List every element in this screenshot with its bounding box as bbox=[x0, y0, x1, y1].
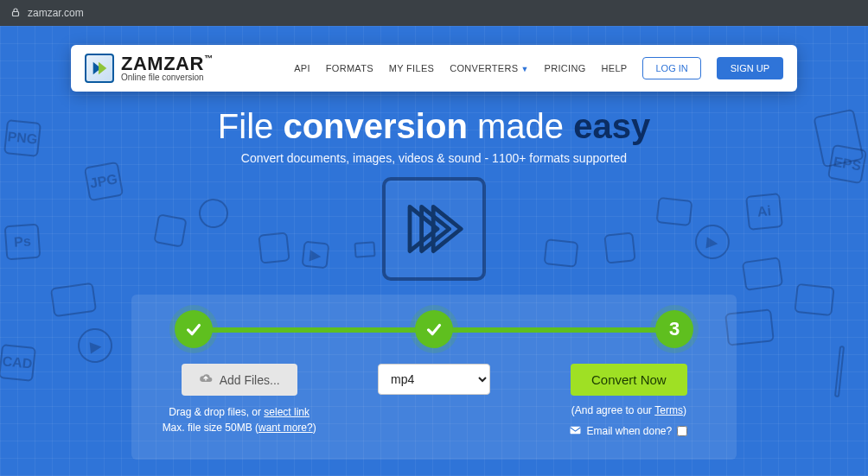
want-more-link[interactable]: want more? bbox=[258, 422, 313, 434]
brand-tm: ™ bbox=[204, 54, 214, 63]
hero-title: File conversion made easy bbox=[0, 107, 868, 146]
caret-down-icon: ▼ bbox=[520, 65, 528, 73]
terms-link[interactable]: Terms bbox=[654, 404, 683, 416]
email-checkbox[interactable] bbox=[677, 426, 687, 436]
add-files-button[interactable]: Add Files... bbox=[182, 364, 297, 396]
hero-emblem-icon bbox=[382, 177, 486, 281]
nav-api[interactable]: API bbox=[294, 63, 310, 73]
mail-icon bbox=[570, 425, 581, 437]
step2-col: mp4 bbox=[347, 364, 520, 395]
brand-name: ZAMZAR bbox=[121, 53, 204, 74]
hero-subtitle: Convert documents, images, videos & soun… bbox=[0, 151, 868, 165]
upload-cloud-icon bbox=[199, 371, 213, 388]
site-logo[interactable]: ZAMZAR™ Online file conversion bbox=[85, 54, 213, 83]
step3-col: Convert Now (And agree to our Terms) Ema… bbox=[542, 364, 716, 437]
nav-formats[interactable]: FORMATS bbox=[326, 63, 373, 73]
nav-myfiles[interactable]: MY FILES bbox=[389, 63, 434, 73]
svg-rect-0 bbox=[13, 11, 19, 16]
lock-icon bbox=[10, 7, 21, 20]
main-nav: API FORMATS MY FILES CONVERTERS▼ PRICING… bbox=[294, 57, 783, 79]
check-icon bbox=[424, 320, 444, 339]
email-label: Email when done? bbox=[586, 425, 672, 437]
nav-pricing[interactable]: PRICING bbox=[545, 63, 586, 73]
convert-button[interactable]: Convert Now bbox=[571, 364, 687, 396]
browser-url: zamzar.com bbox=[28, 7, 84, 19]
hero: File conversion made easy Convert docume… bbox=[0, 107, 868, 281]
step1-col: Add Files... Drag & drop files, or selec… bbox=[152, 364, 326, 435]
logo-icon bbox=[85, 54, 114, 83]
svg-rect-1 bbox=[571, 427, 581, 435]
converter-panel: 3 Add Files... Drag & drop files, or sel… bbox=[131, 295, 737, 460]
site-header: ZAMZAR™ Online file conversion API FORMA… bbox=[71, 45, 797, 92]
drag-hint: Drag & drop files, or select link Max. f… bbox=[152, 404, 326, 435]
brand-tagline: Online file conversion bbox=[121, 73, 213, 82]
step-2 bbox=[415, 310, 453, 348]
login-button[interactable]: LOG IN bbox=[642, 57, 700, 79]
step-indicator: 3 bbox=[161, 310, 707, 348]
step-3: 3 bbox=[655, 310, 693, 348]
nav-converters[interactable]: CONVERTERS▼ bbox=[450, 63, 528, 73]
format-select[interactable]: mp4 bbox=[378, 364, 490, 395]
select-link[interactable]: select link bbox=[264, 406, 310, 418]
agree-text: (And agree to our Terms) bbox=[542, 404, 716, 416]
signup-button[interactable]: SIGN UP bbox=[717, 57, 783, 79]
nav-help[interactable]: HELP bbox=[602, 63, 628, 73]
browser-address-bar: zamzar.com bbox=[0, 0, 868, 26]
check-icon bbox=[184, 320, 203, 339]
step-1 bbox=[175, 310, 213, 348]
